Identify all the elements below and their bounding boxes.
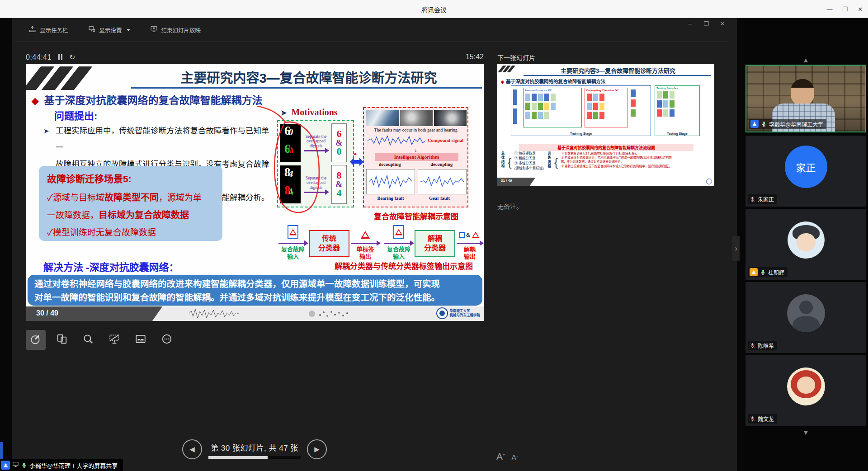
next-slide-heading: ◆基于深度对抗胶囊网络的复合故障智能解耦方法 [501, 78, 605, 85]
slide-corner-stripes [29, 66, 88, 92]
compound-waveform [368, 134, 425, 147]
black-screen-icon [108, 333, 120, 347]
slide-page-number: 30 / 49 [36, 309, 58, 317]
traditional-classifier-box: 传统分类器 [309, 230, 349, 257]
network-architecture-diagram: Feature Extractor FE Decoupling Classifi… [511, 85, 701, 142]
share-banner-text: 李巍华@华南理工大学的屏幕共享 [29, 461, 118, 470]
slide-heading: ◆基于深度对抗胶囊网络的复合故障智能解耦方法 [32, 92, 348, 107]
zoom-tool-button[interactable] [78, 330, 98, 350]
end-slideshow-icon [150, 25, 158, 34]
next-slide-page-number: 31 / 49 [501, 179, 512, 183]
decoupling-label: decoupling [379, 162, 401, 167]
screen-share-icon [12, 461, 19, 470]
problem-label: 问题提出: [54, 108, 97, 122]
elapsed-timer: 0:44:41 [26, 53, 52, 61]
font-decrease-button[interactable]: A- [511, 454, 518, 462]
participant-name: 杜朝辉 [768, 268, 784, 276]
avatar [788, 221, 825, 259]
presenter-close-icon[interactable]: ✕ [718, 20, 727, 27]
scroll-up-arrow[interactable]: ▲ [744, 56, 868, 64]
mic-muted-icon [750, 416, 755, 422]
mic-on-icon [761, 121, 767, 127]
bearing-waveform [366, 169, 415, 194]
presenter-minimize-icon[interactable]: – [685, 20, 694, 27]
separate-label: Separate the overlapped digitals [302, 176, 330, 190]
pen-tool-button[interactable] [26, 330, 46, 350]
slide-position-text: 第 30 张幻灯片, 共 47 张 [211, 442, 298, 453]
double-arrow-icon [350, 157, 363, 169]
right-arrow-icon [384, 243, 413, 244]
avatar [787, 294, 825, 332]
presenter-restore-icon[interactable]: ❐ [702, 20, 711, 27]
participant-name: 李巍华@华南理工大学 [769, 120, 823, 128]
black-screen-button[interactable] [104, 330, 124, 350]
mic-on-icon [21, 462, 27, 468]
summary-banner: 通过对卷积神经网络与胶囊网络的改进来构建智能解耦分类器，仅用源域单一故障数据训练… [28, 275, 482, 306]
mic-on-icon [760, 269, 766, 275]
participant-name: 陈唯希 [758, 342, 774, 349]
participant-name: 魏文龙 [758, 415, 774, 423]
machine-photos [366, 110, 467, 126]
separate-label: Separate the overlapped digitals [302, 134, 330, 148]
minimize-icon[interactable]: — [822, 0, 837, 18]
participant-tile[interactable]: 杜朝辉 [745, 209, 866, 280]
member-badge-icon [1, 461, 10, 470]
next-slide-thumbnail[interactable]: 主要研究内容3—复合故障智能诊断方法研究 ◆基于深度对抗胶囊网络的复合故障智能解… [497, 64, 714, 186]
pause-button[interactable] [58, 54, 62, 60]
display-settings-button[interactable]: 显示设置 [88, 25, 130, 34]
slides-icon [56, 333, 68, 347]
toolbar-divider [14, 42, 727, 42]
maximize-icon[interactable]: ❐ [837, 0, 853, 18]
restart-timer-button[interactable]: ↻ [69, 53, 75, 61]
previous-slide-button[interactable]: ◀ [182, 439, 202, 459]
right-arrow-icon [278, 243, 307, 244]
end-slideshow-button[interactable]: 结束幻灯片放映 [150, 25, 201, 34]
scroll-down-arrow[interactable]: ▼ [744, 429, 868, 436]
screen-share-banner: 李巍华@华南理工大学的屏幕共享 [0, 459, 123, 471]
fault-illustration-box: The faults may occur in both gear and be… [363, 107, 468, 207]
display-settings-label: 显示设置 [99, 26, 122, 34]
screen: 腾讯会议 — ❐ ✕ – ❐ ✕ 显示任务栏 显示设置 结束幻灯片 [0, 0, 868, 471]
clock: 15:42 [452, 53, 484, 61]
no-notes-text: 无备注。 [497, 202, 523, 211]
participant-sidebar: ▲ 李巍华@华南理工大学 家正 朱家正 杜朝辉 [744, 18, 868, 471]
close-icon[interactable]: ✕ [853, 0, 868, 18]
display-settings-icon [88, 25, 96, 34]
mic-muted-icon [750, 196, 755, 202]
participant-tile[interactable]: 李巍华@华南理工大学 [745, 65, 866, 132]
classifier-caption: 解耦分类器与传统分类器标签输出示意图 [325, 260, 483, 271]
classifier-diagram: 复合故障输入 传统分类器 单标签输出 复合故障输入 解耦分类器 [278, 222, 483, 260]
end-slideshow-label: 结束幻灯片放映 [161, 26, 201, 34]
member-badge-icon [750, 268, 758, 276]
scenario-title: 故障诊断迁移场景5: [47, 171, 214, 185]
decoupling-classifier-box: 解耦分类器 [415, 230, 455, 257]
participant-tile[interactable]: 陈唯希 [745, 282, 866, 353]
more-options-button[interactable] [157, 330, 177, 350]
next-slide-button[interactable]: ▶ [307, 439, 327, 459]
scenario-line3: ✓模型训练时无复合故障数据 [47, 224, 214, 241]
chevron-down-icon [127, 29, 130, 31]
single-label-icon [361, 231, 370, 239]
next-slide-title: 主要研究内容3—复合故障智能诊断方法研究 [524, 66, 712, 75]
slide-browser-button[interactable] [52, 330, 72, 350]
solution-label: 解决方法 -深度对抗胶囊网络： [43, 259, 179, 273]
pen-icon [30, 333, 42, 347]
participant-tile[interactable]: 魏文龙 [745, 355, 866, 426]
participant-tile[interactable]: 家正 朱家正 [745, 136, 866, 207]
arrow-bullet-icon: ➤ [281, 109, 287, 117]
slide-progress-fill [208, 456, 268, 459]
overlapped-digits-image: 84 84 [280, 165, 301, 203]
show-taskbar-button[interactable]: 显示任务栏 [28, 25, 68, 34]
compound-signal-label: Compound signal [428, 138, 463, 143]
next-slide-label: 下一张幻灯片 [497, 53, 535, 62]
compound-input-icon [393, 225, 404, 239]
compound-input-icon [288, 225, 298, 239]
avatar: 家正 [785, 146, 827, 188]
font-increase-button[interactable]: A+ [496, 451, 505, 462]
subtitles-button[interactable] [131, 330, 151, 350]
presenter-toolbar: 显示任务栏 显示设置 结束幻灯片放映 [28, 25, 201, 34]
panel-collapse-handle[interactable]: › [732, 236, 740, 261]
right-arrow-icon [304, 192, 328, 193]
university-logo: 华南理工大学机械与汽车工程学院 [436, 307, 481, 319]
scenario-line2: 一故障数据，目标域为复合故障数据 [47, 207, 214, 224]
